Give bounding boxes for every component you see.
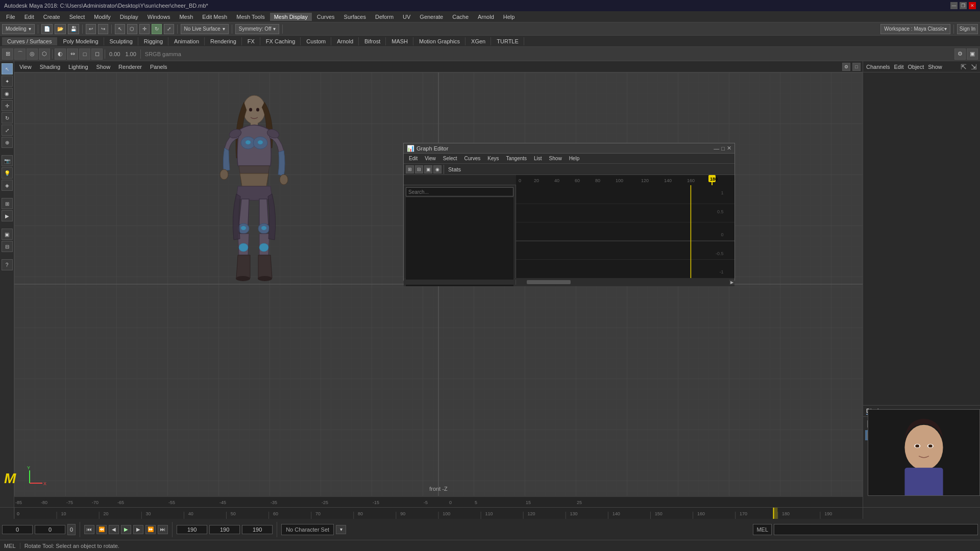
table-btn[interactable]: ⊟ <box>2 241 13 252</box>
tab-mash[interactable]: MASH <box>386 37 413 45</box>
ge-help-menu[interactable]: Help <box>566 155 583 162</box>
tab-rigging[interactable]: Rigging <box>139 37 168 45</box>
menu-mesh-display[interactable]: Mesh Display <box>270 13 312 21</box>
mel-python-toggle[interactable]: MEL <box>753 524 772 535</box>
soft-select-btn[interactable]: ◐ <box>55 48 66 60</box>
timeline-track[interactable]: 0 10 20 30 40 50 60 70 80 90 100 110 120 <box>14 508 863 519</box>
move-btn[interactable]: ✛ <box>139 24 150 34</box>
no-character-set[interactable]: No Character Set <box>281 524 334 535</box>
start-frame-input[interactable] <box>2 525 33 534</box>
menu-mesh-tools[interactable]: Mesh Tools <box>232 13 268 21</box>
joint-icon[interactable]: ◈ <box>2 180 13 191</box>
pb-next-key-btn[interactable]: ⏩ <box>145 525 156 534</box>
sign-in-btn[interactable]: Sign In <box>957 24 978 34</box>
channel-show-btn[interactable]: Show <box>928 64 942 70</box>
vp-show-menu[interactable]: Show <box>93 63 114 71</box>
settings-right-btn[interactable]: ⚙ <box>954 48 966 60</box>
ge-tb-btn3[interactable]: ▣ <box>424 165 432 173</box>
ge-scroll-thumb[interactable] <box>527 280 571 284</box>
no-live-surface-dropdown[interactable]: No Live Surface▾ <box>181 24 229 34</box>
ge-tb-btn2[interactable]: ⊟ <box>415 165 423 173</box>
snap-surface-btn[interactable]: ⬡ <box>39 48 50 60</box>
menu-windows[interactable]: Windows <box>143 13 175 21</box>
vp-view-menu[interactable]: View <box>16 63 35 71</box>
ge-maximize-btn[interactable]: □ <box>721 145 725 152</box>
menu-create[interactable]: Create <box>39 13 64 21</box>
menu-edit-mesh[interactable]: Edit Mesh <box>198 13 231 21</box>
snap-view-btn[interactable]: ⊞ <box>2 198 13 209</box>
tab-bifrost[interactable]: Bifrost <box>359 37 386 45</box>
frame-display[interactable]: 0 <box>67 524 76 535</box>
open-btn[interactable]: 📂 <box>55 24 66 34</box>
menu-edit[interactable]: Edit <box>20 13 38 21</box>
rotate-icon[interactable]: ↻ <box>2 112 13 123</box>
ge-close-btn[interactable]: ✕ <box>727 145 731 152</box>
menu-cache[interactable]: Cache <box>448 13 473 21</box>
channel-edit-btn[interactable]: Edit <box>894 64 903 70</box>
scale-btn[interactable]: ⤢ <box>164 24 174 34</box>
menu-select[interactable]: Select <box>65 13 89 21</box>
menu-mesh[interactable]: Mesh <box>175 13 197 21</box>
symmetry-btn[interactable]: ⇔ <box>67 48 78 60</box>
ge-keys-menu[interactable]: Keys <box>484 155 502 162</box>
pb-play-btn[interactable]: ▶ <box>121 525 131 534</box>
layout-btn[interactable]: ▣ <box>967 48 978 60</box>
select-tool-btn[interactable]: ↖ <box>115 24 125 34</box>
universal-icon[interactable]: ⊕ <box>2 137 13 148</box>
menu-uv[interactable]: UV <box>399 13 414 21</box>
ge-search-input[interactable] <box>406 187 513 196</box>
undo-btn[interactable]: ↩ <box>86 24 96 34</box>
end-frame-input3[interactable] <box>242 525 273 534</box>
tab-animation[interactable]: Animation <box>169 37 205 45</box>
pb-prev-key-btn[interactable]: ⏪ <box>96 525 107 534</box>
minimize-button[interactable]: — <box>950 2 958 9</box>
ge-select-menu[interactable]: Select <box>440 155 460 162</box>
ge-list-menu[interactable]: List <box>531 155 545 162</box>
ge-minimize-btn[interactable]: — <box>714 145 719 152</box>
move-icon[interactable]: ✛ <box>2 100 13 111</box>
vp-maximize-btn[interactable]: □ <box>852 63 861 71</box>
snap-curve-btn[interactable]: ⌒ <box>14 48 26 60</box>
help-side-btn[interactable]: ? <box>2 259 13 270</box>
ge-tb-btn4[interactable]: ◉ <box>433 165 442 173</box>
select-tool-icon[interactable]: ↖ <box>2 63 13 74</box>
vp-shading-menu[interactable]: Shading <box>37 63 63 71</box>
wireframe-btn[interactable]: □ <box>79 48 90 60</box>
menu-surfaces[interactable]: Surfaces <box>340 13 370 21</box>
tab-fx[interactable]: FX <box>242 37 260 45</box>
tab-rendering[interactable]: Rendering <box>205 37 242 45</box>
snap-grid-btn[interactable]: ⊞ <box>2 48 13 60</box>
symmetry-dropdown[interactable]: Symmetry: Off▾ <box>235 24 280 34</box>
light-icon[interactable]: 💡 <box>2 167 13 179</box>
tab-arnold[interactable]: Arnold <box>332 37 359 45</box>
paint-btn[interactable]: ✦ <box>2 76 13 87</box>
graph-editor-titlebar[interactable]: 📊 Graph Editor — □ ✕ <box>404 143 734 154</box>
current-frame-input[interactable] <box>35 525 65 534</box>
save-btn[interactable]: 💾 <box>68 24 79 34</box>
sculpt-btn[interactable]: ◉ <box>2 88 13 99</box>
tab-turtle[interactable]: TURTLE <box>492 37 524 45</box>
vp-lighting-menu[interactable]: Lighting <box>65 63 91 71</box>
ge-edit-menu[interactable]: Edit <box>406 155 421 162</box>
end-frame-input[interactable] <box>177 525 207 534</box>
tab-custom[interactable]: Custom <box>301 37 331 45</box>
tab-sculpting[interactable]: Sculpting <box>105 37 138 45</box>
ge-scroll-right[interactable]: ▶ <box>729 280 734 285</box>
channel-object-btn[interactable]: Object <box>908 64 924 70</box>
pb-forward-btn[interactable]: ⏭ <box>158 525 168 534</box>
camera-icon[interactable]: 📷 <box>2 155 13 166</box>
mel-input[interactable] <box>774 524 978 535</box>
ge-tb-btn1[interactable]: ⊞ <box>406 165 414 173</box>
pb-rewind-btn[interactable]: ⏮ <box>84 525 94 534</box>
close-button[interactable]: ✕ <box>969 2 976 9</box>
pb-next-frame-btn[interactable]: ▶ <box>133 525 143 534</box>
smooth-btn[interactable]: ◻ <box>91 48 103 60</box>
ge-scrollbar[interactable]: ▶ <box>516 280 734 285</box>
snap-point-btn[interactable]: ◎ <box>27 48 38 60</box>
tab-motion-graphics[interactable]: Motion Graphics <box>414 37 465 45</box>
menu-deform[interactable]: Deform <box>371 13 398 21</box>
ge-stats-tab[interactable]: Stats <box>446 166 463 172</box>
menu-modify[interactable]: Modify <box>90 13 114 21</box>
menu-file[interactable]: File <box>2 13 19 21</box>
new-file-btn[interactable]: 📄 <box>41 24 53 34</box>
